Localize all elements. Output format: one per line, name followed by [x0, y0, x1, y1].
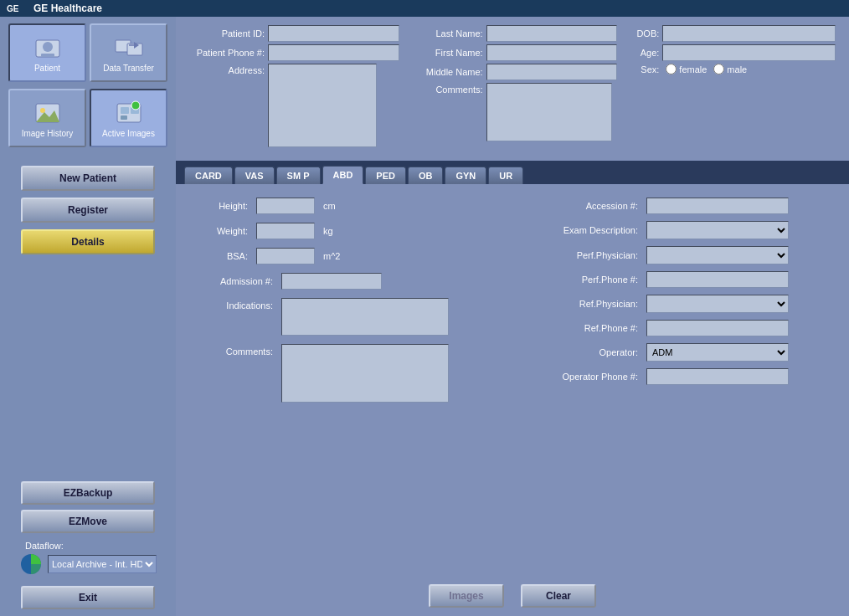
abd-comments-input[interactable] [281, 344, 449, 403]
female-radio[interactable] [666, 64, 677, 74]
operator-phone-input[interactable] [646, 368, 789, 385]
admission-input[interactable] [281, 273, 382, 290]
dataflow-select[interactable]: Local Archive - Int. HD [48, 555, 157, 573]
perf-physician-label: Perf.Physician: [521, 250, 638, 260]
bsa-unit: m^2 [323, 251, 340, 261]
sidebar-icon-row2: Image History Active Images [0, 89, 176, 147]
patient-phone-input[interactable] [268, 44, 399, 61]
abd-two-col: Height: cm Weight: kg BSA: m^2 Admission… [189, 198, 836, 562]
sidebar-item-active-images[interactable]: Active Images [90, 89, 167, 147]
ezmove-button[interactable]: EZMove [21, 510, 155, 533]
ref-physician-select[interactable] [646, 295, 789, 313]
sidebar-item-data-transfer[interactable]: Data Transfer [90, 23, 167, 82]
ref-phone-row: Ref.Phone #: [521, 320, 836, 336]
weight-input[interactable] [256, 223, 315, 239]
middle-name-input[interactable] [486, 64, 618, 80]
male-radio-label[interactable]: male [713, 64, 747, 74]
details-button[interactable]: Details [21, 229, 155, 254]
female-radio-label[interactable]: female [666, 64, 707, 74]
ezbackup-button[interactable]: EZBackup [21, 481, 155, 505]
patient-id-label: Patient ID: [189, 28, 265, 38]
tab-card[interactable]: CARD [184, 167, 233, 184]
comments-patient-input[interactable] [486, 83, 612, 141]
perf-physician-row: Perf.Physician: [521, 246, 836, 264]
ref-physician-row: Ref.Physician: [521, 295, 836, 313]
dob-label: DOB: [625, 28, 659, 38]
patient-phone-row: Patient Phone #: [189, 44, 399, 61]
tab-ur[interactable]: UR [488, 167, 523, 184]
last-name-input[interactable] [486, 25, 618, 42]
images-button[interactable]: Images [429, 584, 504, 608]
sex-row: Sex: female male [625, 64, 836, 74]
image-history-icon [33, 99, 63, 129]
female-label: female [679, 64, 707, 74]
tab-abd[interactable]: ABD [322, 166, 364, 184]
indications-input[interactable] [281, 298, 449, 336]
ge-logo-icon: GE [5, 2, 28, 15]
abd-left-col: Height: cm Weight: kg BSA: m^2 Admission… [189, 198, 504, 562]
first-name-input[interactable] [486, 44, 618, 61]
image-history-label: Image History [22, 129, 74, 138]
svg-rect-17 [121, 107, 129, 114]
address-label: Address: [189, 64, 265, 75]
height-label: Height: [189, 201, 248, 211]
perf-physician-select[interactable] [646, 246, 789, 264]
clear-button[interactable]: Clear [521, 584, 596, 608]
svg-rect-5 [41, 54, 54, 57]
tab-gyn[interactable]: GYN [445, 167, 486, 184]
patient-id-row: Patient ID: [189, 25, 399, 42]
operator-label: Operator: [521, 347, 638, 357]
patient-id-input[interactable] [268, 25, 399, 42]
dataflow-pie-chart [19, 552, 43, 576]
height-row: Height: cm [189, 198, 504, 214]
tab-ped[interactable]: PED [365, 167, 406, 184]
address-row: Address: [189, 64, 399, 150]
topbar: GE GE Healthcare [0, 0, 849, 17]
abd-comments-label: Comments: [189, 344, 273, 357]
address-input[interactable] [268, 64, 377, 147]
first-name-row: First Name: [408, 44, 618, 61]
main-content: Patient ID: Patient Phone #: Address: La… [176, 17, 849, 616]
svg-point-20 [131, 101, 140, 110]
indications-row: Indications: [189, 298, 504, 336]
patient-phone-label: Patient Phone #: [189, 48, 265, 58]
male-radio[interactable] [713, 64, 724, 74]
bsa-input[interactable] [256, 248, 315, 264]
ref-phone-input[interactable] [646, 320, 789, 336]
dataflow-section: Dataflow: Local Archive - Int. HD [0, 536, 176, 581]
comments-patient-row: Comments: [408, 83, 618, 141]
last-name-label: Last Name: [408, 28, 483, 38]
admission-row: Admission #: [189, 273, 504, 290]
operator-row: Operator: ADM [521, 343, 836, 362]
app-title: GE Healthcare [33, 3, 102, 14]
exam-desc-row: Exam Description: [521, 221, 836, 239]
perf-phone-input[interactable] [646, 271, 789, 288]
accession-input[interactable] [646, 198, 789, 214]
active-images-label: Active Images [102, 129, 155, 138]
operator-select[interactable]: ADM [646, 343, 789, 362]
bsa-label: BSA: [189, 251, 248, 261]
middle-name-label: Middle Name: [408, 67, 483, 77]
height-input[interactable] [256, 198, 315, 214]
sidebar-item-patient[interactable]: Patient [8, 23, 86, 82]
abd-right-col: Accession #: Exam Description: Perf.Phys… [521, 198, 836, 562]
operator-phone-row: Operator Phone #: [521, 368, 836, 385]
age-input[interactable] [662, 44, 836, 61]
tabs-bar: CARD VAS SM P ABD PED OB GYN UR [176, 161, 849, 184]
exit-button[interactable]: Exit [21, 586, 155, 609]
tab-vas[interactable]: VAS [234, 167, 275, 184]
register-button[interactable]: Register [21, 198, 155, 223]
tab-smp[interactable]: SM P [276, 167, 321, 184]
indications-label: Indications: [189, 298, 273, 311]
new-patient-button[interactable]: New Patient [21, 166, 155, 191]
sidebar-item-image-history[interactable]: Image History [8, 89, 86, 147]
data-transfer-icon [114, 33, 144, 64]
bsa-row: BSA: m^2 [189, 248, 504, 264]
exam-desc-select[interactable] [646, 221, 789, 239]
sidebar-icon-row: Patient Data Transfer [0, 23, 176, 82]
svg-rect-19 [121, 116, 127, 120]
dob-input[interactable] [662, 25, 836, 42]
weight-unit: kg [323, 226, 333, 236]
dataflow-row: Local Archive - Int. HD [19, 552, 157, 576]
tab-ob[interactable]: OB [408, 167, 444, 184]
